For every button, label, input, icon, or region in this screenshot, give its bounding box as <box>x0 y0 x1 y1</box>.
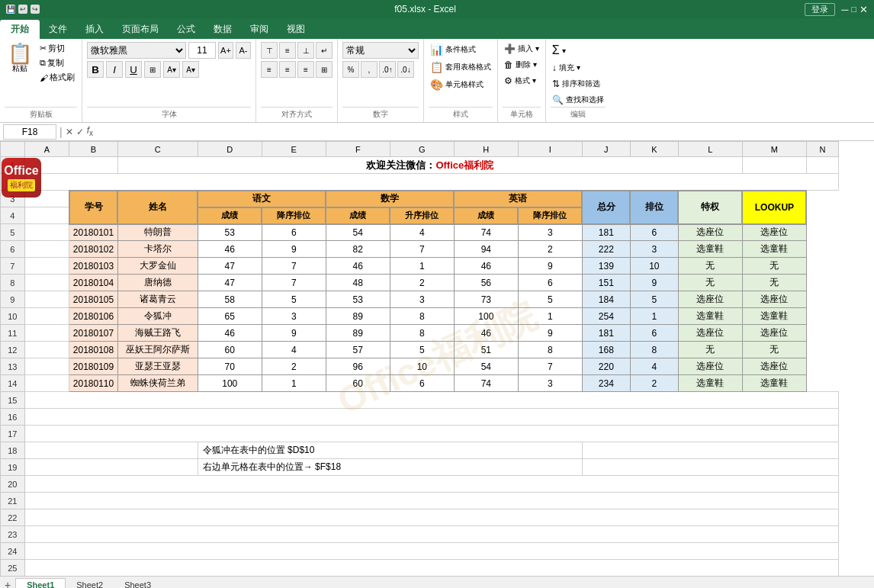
cell-j13[interactable]: 7 <box>518 358 582 375</box>
cell-k7[interactable]: 139 <box>582 258 630 275</box>
cell-m9[interactable]: 选座位 <box>678 291 742 308</box>
cell-d6[interactable]: 卡塔尔 <box>117 241 198 258</box>
cell-h13[interactable]: 10 <box>390 358 454 375</box>
cell-k12[interactable]: 168 <box>582 342 630 358</box>
cell-f11[interactable]: 9 <box>262 325 326 342</box>
cell-h11[interactable]: 8 <box>390 325 454 342</box>
cell-i5[interactable]: 74 <box>454 224 518 241</box>
maximize-button[interactable]: □ <box>851 5 856 14</box>
cell-g11[interactable]: 89 <box>326 325 390 342</box>
cell-h12[interactable]: 5 <box>390 342 454 358</box>
cell-k6[interactable]: 222 <box>582 241 630 258</box>
row-16-cells[interactable] <box>24 409 839 426</box>
cell-d10[interactable]: 令狐冲 <box>117 308 198 325</box>
tab-page-layout[interactable]: 页面布局 <box>113 20 168 39</box>
cell-n5[interactable]: 选座位 <box>742 224 806 241</box>
comma-button[interactable]: , <box>361 61 378 78</box>
cell-n10[interactable]: 选童鞋 <box>742 308 806 325</box>
quick-access-undo[interactable]: ↩ <box>18 5 27 14</box>
align-center-button[interactable]: ≡ <box>279 61 296 78</box>
cell-a8[interactable] <box>24 275 69 291</box>
cell-e5[interactable]: 53 <box>198 224 262 241</box>
cell-i7[interactable]: 46 <box>454 258 518 275</box>
cell-h10[interactable]: 8 <box>390 308 454 325</box>
cell-m7[interactable]: 无 <box>678 258 742 275</box>
sheet-tab-2[interactable]: Sheet2 <box>66 579 114 589</box>
cell-k11[interactable]: 181 <box>582 325 630 342</box>
cell-g5[interactable]: 54 <box>326 224 390 241</box>
font-size-increase-button[interactable]: A+ <box>218 42 233 59</box>
cell-h5[interactable]: 4 <box>390 224 454 241</box>
cell-i10[interactable]: 100 <box>454 308 518 325</box>
align-middle-button[interactable]: ≡ <box>279 42 296 59</box>
quick-access-save[interactable]: 💾 <box>6 5 15 14</box>
cell-e10[interactable]: 65 <box>198 308 262 325</box>
cell-g10[interactable]: 89 <box>326 308 390 325</box>
align-top-button[interactable]: ⊤ <box>261 42 278 59</box>
cell-d5[interactable]: 特朗普 <box>117 224 198 241</box>
minimize-button[interactable]: ─ <box>841 4 848 15</box>
cell-m1[interactable] <box>742 157 806 174</box>
cell-l12[interactable]: 8 <box>630 342 678 358</box>
cell-g9[interactable]: 53 <box>326 291 390 308</box>
cell-l13[interactable]: 4 <box>630 358 678 375</box>
close-button[interactable]: ✕ <box>860 4 868 15</box>
cell-a7[interactable] <box>24 258 69 275</box>
cell-j6[interactable]: 2 <box>518 241 582 258</box>
cell-e6[interactable]: 46 <box>198 241 262 258</box>
cell-c7[interactable]: 20180103 <box>69 258 117 275</box>
conditional-format-button[interactable]: 📊 条件格式 <box>429 42 493 57</box>
cell-f8[interactable]: 7 <box>262 275 326 291</box>
cell-l9[interactable]: 5 <box>630 291 678 308</box>
insert-cells-button[interactable]: ➕插入 ▾ <box>503 42 541 56</box>
cell-j8[interactable]: 6 <box>518 275 582 291</box>
cell-a10[interactable] <box>24 308 69 325</box>
cell-m12[interactable]: 无 <box>678 342 742 358</box>
cell-k13[interactable]: 220 <box>582 358 630 375</box>
cell-a5[interactable] <box>24 224 69 241</box>
tab-formulas[interactable]: 公式 <box>168 20 204 39</box>
cell-l14[interactable]: 2 <box>630 375 678 392</box>
align-bottom-button[interactable]: ⊥ <box>297 42 314 59</box>
row-15-cells[interactable] <box>24 392 839 409</box>
cell-j5[interactable]: 3 <box>518 224 582 241</box>
percent-button[interactable]: % <box>342 61 359 78</box>
quick-access-redo[interactable]: ↪ <box>31 5 40 14</box>
cell-e7[interactable]: 47 <box>198 258 262 275</box>
cell-f5[interactable]: 6 <box>262 224 326 241</box>
cell-n11[interactable]: 选座位 <box>742 325 806 342</box>
wrap-text-button[interactable]: ↵ <box>316 42 333 59</box>
format-cells-button[interactable]: ⚙格式 ▾ <box>503 74 541 88</box>
cell-f9[interactable]: 5 <box>262 291 326 308</box>
format-painter-button[interactable]: 🖌 格式刷 <box>37 71 77 84</box>
insert-function-icon[interactable]: fx <box>87 125 93 137</box>
cell-g8[interactable]: 48 <box>326 275 390 291</box>
align-right-button[interactable]: ≡ <box>297 61 314 78</box>
cell-a13[interactable] <box>24 358 69 375</box>
tab-file[interactable]: 文件 <box>40 20 76 39</box>
cell-d13[interactable]: 亚瑟王亚瑟 <box>117 358 198 375</box>
cell-e12[interactable]: 60 <box>198 342 262 358</box>
cell-a2[interactable] <box>24 174 839 191</box>
cell-l7[interactable]: 10 <box>630 258 678 275</box>
cell-g13[interactable]: 96 <box>326 358 390 375</box>
cell-j11[interactable]: 9 <box>518 325 582 342</box>
merge-cells-button[interactable]: ⊞ <box>316 61 333 78</box>
sheet-tab-3[interactable]: Sheet3 <box>114 579 162 589</box>
row-17-cells[interactable] <box>24 426 839 442</box>
cell-j7[interactable]: 9 <box>518 258 582 275</box>
cell-n9[interactable]: 选座位 <box>742 291 806 308</box>
cell-d12[interactable]: 巫妖王阿尔萨斯 <box>117 342 198 358</box>
cell-d11[interactable]: 海贼王路飞 <box>117 325 198 342</box>
cell-c13[interactable]: 20180109 <box>69 358 117 375</box>
cell-k8[interactable]: 151 <box>582 275 630 291</box>
cell-g12[interactable]: 57 <box>326 342 390 358</box>
cancel-input-icon[interactable]: ✕ <box>66 127 73 137</box>
decrease-decimal-button[interactable]: .0↓ <box>397 61 414 78</box>
cell-n1[interactable] <box>806 157 838 174</box>
cell-c14[interactable]: 20180110 <box>69 375 117 392</box>
cell-i9[interactable]: 73 <box>454 291 518 308</box>
cell-a11[interactable] <box>24 325 69 342</box>
border-button[interactable]: ⊞ <box>144 61 161 78</box>
delete-cells-button[interactable]: 🗑删除 ▾ <box>503 58 541 72</box>
